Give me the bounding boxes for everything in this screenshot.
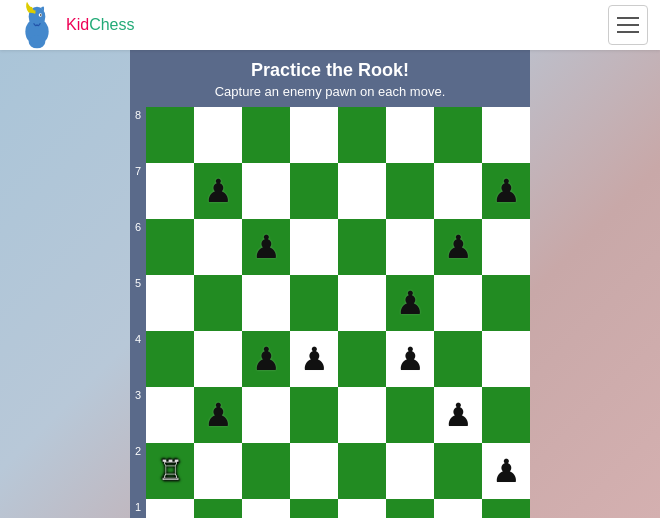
logo-text: KidChess — [66, 16, 134, 34]
logo: KidChess — [12, 0, 134, 50]
logo-chess: Chess — [89, 16, 134, 33]
cell-d8[interactable] — [290, 107, 338, 163]
rank-6: 6 — [130, 219, 146, 275]
cell-d5[interactable] — [290, 275, 338, 331]
cell-e3[interactable] — [338, 387, 386, 443]
cell-c4[interactable]: ♟ — [242, 331, 290, 387]
pawn-d4: ♟ — [300, 343, 329, 375]
cell-f8[interactable] — [386, 107, 434, 163]
rook-a2: ♖ — [158, 457, 183, 485]
cell-d2[interactable] — [290, 443, 338, 499]
cell-e8[interactable] — [338, 107, 386, 163]
cell-f3[interactable] — [386, 387, 434, 443]
cell-e5[interactable] — [338, 275, 386, 331]
cell-c3[interactable] — [242, 387, 290, 443]
cell-b8[interactable] — [194, 107, 242, 163]
cell-a2[interactable]: ♖ — [146, 443, 194, 499]
cell-b3[interactable]: ♟ — [194, 387, 242, 443]
pawn-c4: ♟ — [252, 343, 281, 375]
cell-d4[interactable]: ♟ — [290, 331, 338, 387]
cell-h3[interactable] — [482, 387, 530, 443]
rank-3: 3 — [130, 387, 146, 443]
cell-a3[interactable] — [146, 387, 194, 443]
cell-c5[interactable] — [242, 275, 290, 331]
cell-f6[interactable] — [386, 219, 434, 275]
rank-4: 4 — [130, 331, 146, 387]
cell-b6[interactable] — [194, 219, 242, 275]
cell-e7[interactable] — [338, 163, 386, 219]
banner-subtitle: Capture an enemy pawn on each move. — [130, 84, 530, 99]
cell-h2[interactable]: ♟ — [482, 443, 530, 499]
banner-title: Practice the Rook! — [130, 60, 530, 81]
cell-e4[interactable] — [338, 331, 386, 387]
rank-5: 5 — [130, 275, 146, 331]
cell-g7[interactable] — [434, 163, 482, 219]
cell-d6[interactable] — [290, 219, 338, 275]
rank-1: 1 — [130, 499, 146, 518]
cell-h6[interactable] — [482, 219, 530, 275]
cell-c7[interactable] — [242, 163, 290, 219]
cell-d1[interactable] — [290, 499, 338, 518]
hamburger-line-3 — [617, 31, 639, 33]
cell-f4[interactable]: ♟ — [386, 331, 434, 387]
cell-c1[interactable] — [242, 499, 290, 518]
cell-h1[interactable] — [482, 499, 530, 518]
board-container: 8 7 6 5 4 3 2 1 ♟ — [130, 107, 530, 518]
hamburger-line-2 — [617, 24, 639, 26]
svg-point-3 — [40, 14, 42, 16]
cell-h5[interactable] — [482, 275, 530, 331]
pawn-f5: ♟ — [396, 287, 425, 319]
cell-g4[interactable] — [434, 331, 482, 387]
pawn-h2: ♟ — [492, 455, 521, 487]
cell-g3[interactable]: ♟ — [434, 387, 482, 443]
rank-7: 7 — [130, 163, 146, 219]
cell-b1[interactable] — [194, 499, 242, 518]
cell-b5[interactable] — [194, 275, 242, 331]
cell-f5[interactable]: ♟ — [386, 275, 434, 331]
cell-g1[interactable] — [434, 499, 482, 518]
cell-c8[interactable] — [242, 107, 290, 163]
cell-h8[interactable] — [482, 107, 530, 163]
pawn-g3: ♟ — [444, 399, 473, 431]
cell-c6[interactable]: ♟ — [242, 219, 290, 275]
title-banner: Practice the Rook! Capture an enemy pawn… — [130, 50, 530, 107]
cell-g8[interactable] — [434, 107, 482, 163]
cell-e1[interactable] — [338, 499, 386, 518]
rank-8: 8 — [130, 107, 146, 163]
hamburger-line-1 — [617, 17, 639, 19]
cell-c2[interactable] — [242, 443, 290, 499]
chess-board[interactable]: ♟ ♟ ♟ ♟ ♟ — [146, 107, 530, 518]
rank-2: 2 — [130, 443, 146, 499]
cell-a5[interactable] — [146, 275, 194, 331]
cell-g6[interactable]: ♟ — [434, 219, 482, 275]
cell-g5[interactable] — [434, 275, 482, 331]
main-content: Practice the Rook! Capture an enemy pawn… — [130, 50, 530, 518]
cell-g2[interactable] — [434, 443, 482, 499]
pawn-b7: ♟ — [204, 175, 233, 207]
menu-button[interactable] — [608, 5, 648, 45]
cell-a7[interactable] — [146, 163, 194, 219]
cell-f2[interactable] — [386, 443, 434, 499]
cell-h7[interactable]: ♟ — [482, 163, 530, 219]
pawn-f4: ♟ — [396, 343, 425, 375]
cell-e2[interactable] — [338, 443, 386, 499]
cell-h4[interactable] — [482, 331, 530, 387]
header: KidChess — [0, 0, 660, 50]
cell-b4[interactable] — [194, 331, 242, 387]
logo-icon — [12, 0, 62, 50]
cell-d3[interactable] — [290, 387, 338, 443]
pawn-b3: ♟ — [204, 399, 233, 431]
logo-kid: Kid — [66, 16, 89, 33]
cell-b2[interactable] — [194, 443, 242, 499]
cell-b7[interactable]: ♟ — [194, 163, 242, 219]
pawn-g6: ♟ — [444, 231, 473, 263]
cell-d7[interactable] — [290, 163, 338, 219]
cell-f1[interactable] — [386, 499, 434, 518]
cell-a8[interactable] — [146, 107, 194, 163]
cell-a6[interactable] — [146, 219, 194, 275]
cell-a4[interactable] — [146, 331, 194, 387]
cell-e6[interactable] — [338, 219, 386, 275]
cell-a1[interactable] — [146, 499, 194, 518]
cell-f7[interactable] — [386, 163, 434, 219]
pawn-h7: ♟ — [492, 175, 521, 207]
